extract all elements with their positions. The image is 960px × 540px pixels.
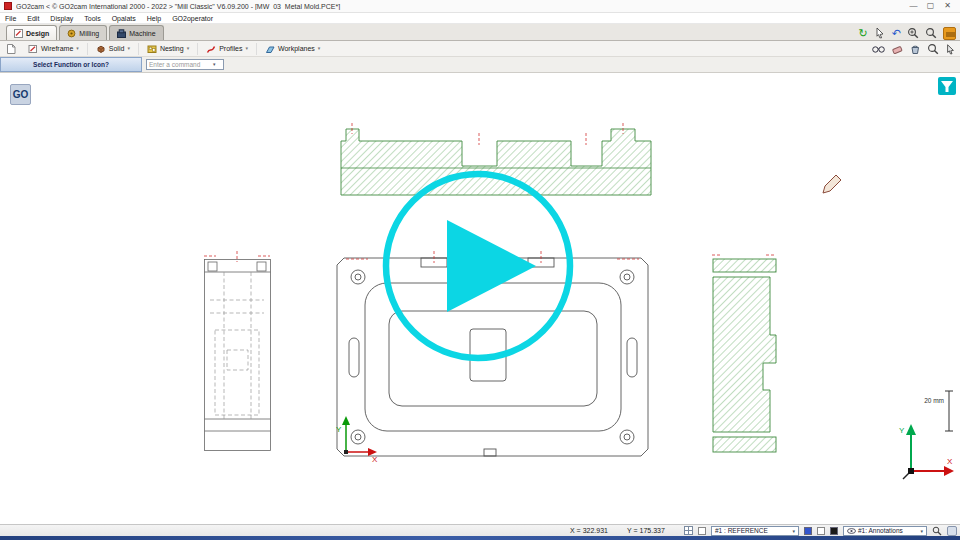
tab-design[interactable]: Design: [6, 25, 57, 40]
solid-label: Solid: [109, 45, 125, 52]
chevron-down-icon: ▾: [792, 528, 795, 534]
tab-milling-label: Milling: [79, 30, 99, 37]
profiles-group[interactable]: Profiles ▾: [197, 43, 256, 55]
svg-text:20 mm: 20 mm: [924, 397, 944, 404]
maximize-button[interactable]: ▢: [922, 0, 939, 12]
pen-color-swatch[interactable]: [830, 527, 838, 535]
world-axes-icon: Y X: [899, 424, 954, 479]
video-play-overlay[interactable]: [386, 174, 570, 358]
undo-icon[interactable]: ↶: [892, 27, 901, 39]
right-section-view[interactable]: [712, 255, 776, 452]
zoom-window-icon[interactable]: [925, 27, 937, 39]
layer-color-swatch[interactable]: [804, 527, 812, 535]
command-row: Select Function or Icon? ▾: [0, 57, 960, 73]
menu-edit[interactable]: Edit: [27, 15, 39, 22]
app-icon: [4, 2, 12, 10]
menu-opalats[interactable]: Opalats: [112, 15, 136, 22]
scale-indicator: 20 mm: [924, 391, 953, 431]
annotations-select-value: #1: Annotations: [858, 527, 903, 534]
titlebar: GO2cam < © GO2cam International 2000 - 2…: [0, 0, 960, 13]
solid-group[interactable]: Solid ▾: [87, 43, 138, 55]
tab-machine-label: Machine: [129, 30, 155, 37]
wireframe-group[interactable]: Wireframe ▾: [20, 43, 87, 55]
window-title: GO2cam < © GO2cam International 2000 - 2…: [16, 3, 905, 10]
eraser-icon[interactable]: [891, 44, 903, 55]
solid-icon: [96, 44, 106, 54]
workplanes-group[interactable]: Workplanes ▾: [256, 43, 328, 55]
top-section-view[interactable]: [341, 123, 651, 195]
go2cam-badge-icon[interactable]: [943, 27, 956, 40]
reference-select-value: #1 : REFERENCE: [715, 527, 768, 534]
menu-display[interactable]: Display: [50, 15, 73, 22]
new-document-icon[interactable]: [5, 43, 17, 55]
hidden-lines: [210, 272, 264, 419]
nesting-label: Nesting: [160, 45, 184, 52]
menu-tools[interactable]: Tools: [84, 15, 100, 22]
workplanes-label: Workplanes: [278, 45, 315, 52]
nesting-icon: [147, 44, 157, 54]
chevron-down-icon[interactable]: ▾: [127, 46, 130, 51]
cursor-y-readout: Y = 175.337: [627, 527, 679, 534]
svg-text:X: X: [947, 457, 953, 466]
menu-file[interactable]: File: [5, 15, 16, 22]
annotations-select[interactable]: #1: Annotations ▾: [843, 526, 927, 536]
svg-text:X: X: [372, 455, 378, 464]
chevron-down-icon[interactable]: ▾: [318, 46, 321, 51]
go2cam-window: GO2cam < © GO2cam International 2000 - 2…: [0, 0, 960, 540]
menu-help[interactable]: Help: [147, 15, 161, 22]
pick-arrow-icon[interactable]: [945, 44, 956, 55]
select-cursor-icon[interactable]: [874, 27, 886, 39]
zoom-all-icon[interactable]: [927, 43, 939, 55]
chevron-down-icon[interactable]: ▾: [245, 46, 248, 51]
nesting-group[interactable]: Nesting ▾: [138, 43, 197, 55]
reference-select[interactable]: #1 : REFERENCE ▾: [711, 526, 799, 536]
profiles-label: Profiles: [219, 45, 242, 52]
tab-design-label: Design: [26, 30, 49, 37]
drawing-canvas[interactable]: GO: [0, 73, 960, 524]
view-icon-cluster: ↻ ↶: [859, 26, 956, 56]
bottom-accent-strip: [0, 536, 960, 540]
fill-bucket-icon[interactable]: [909, 44, 921, 55]
wireframe-label: Wireframe: [41, 45, 73, 52]
machine-icon: [117, 29, 126, 38]
close-button[interactable]: ✕: [939, 0, 956, 12]
command-prompt-label: Select Function or Icon?: [0, 57, 142, 72]
svg-text:Y: Y: [336, 425, 342, 434]
tab-milling[interactable]: Milling: [59, 25, 107, 40]
left-side-view[interactable]: [204, 251, 271, 451]
go2cam-status-badge-icon[interactable]: [947, 526, 957, 536]
minimize-button[interactable]: —: [905, 0, 922, 12]
tab-machine[interactable]: Machine: [109, 25, 163, 40]
search-icon[interactable]: [932, 526, 942, 536]
command-dropdown-icon[interactable]: ▾: [213, 61, 216, 67]
zoom-in-icon[interactable]: [907, 27, 919, 39]
annotations-checkbox[interactable]: [817, 527, 825, 535]
reference-checkbox[interactable]: [698, 527, 706, 535]
pencil-cursor-icon: [823, 175, 841, 193]
design-icon: [14, 29, 23, 38]
grid-icon[interactable]: [684, 526, 693, 535]
menu-go2operator[interactable]: GO2operator: [172, 15, 213, 22]
eye-icon: [847, 528, 856, 534]
centerline-marks: [204, 251, 270, 262]
workplanes-icon: [265, 44, 275, 54]
profiles-icon: [206, 44, 216, 54]
wireframe-icon: [28, 44, 38, 54]
cursor-x-readout: X = 322.931: [570, 527, 622, 534]
chevron-down-icon: ▾: [920, 528, 923, 534]
svg-text:Y: Y: [899, 426, 905, 435]
milling-icon: [67, 29, 76, 38]
menubar: File Edit Display Tools Opalats Help GO2…: [0, 13, 960, 24]
mode-tab-bar: Design Milling Machine: [0, 24, 960, 41]
regenerate-icon[interactable]: ↻: [859, 27, 868, 39]
view-options-icon[interactable]: [872, 45, 885, 54]
statusbar: X = 322.931 Y = 175.337 #1 : REFERENCE ▾…: [0, 524, 960, 536]
chevron-down-icon[interactable]: ▾: [76, 46, 79, 51]
design-toolbar: Wireframe ▾ Solid ▾ Nesting ▾ Profiles: [0, 41, 960, 57]
chevron-down-icon[interactable]: ▾: [187, 46, 190, 51]
filter-icon[interactable]: [938, 77, 956, 95]
